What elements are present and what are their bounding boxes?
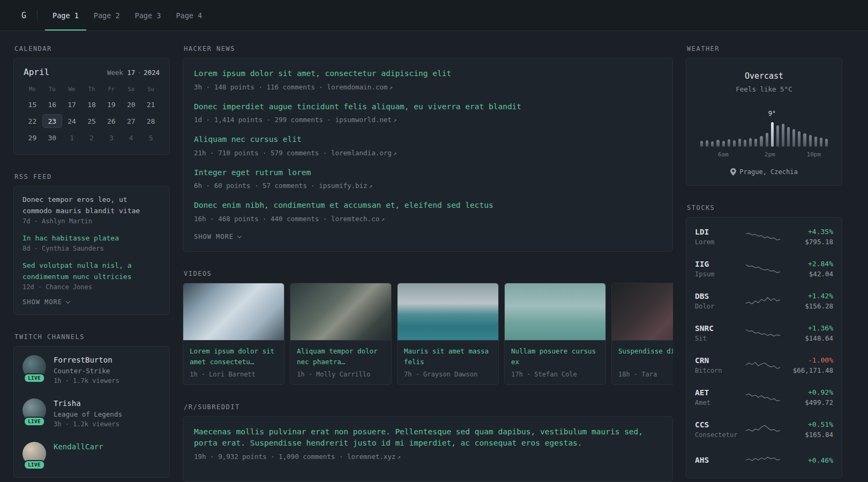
- calendar-dow-label: Tu: [42, 86, 62, 92]
- calendar-day[interactable]: 1: [62, 131, 82, 145]
- calendar-day[interactable]: 27: [121, 114, 141, 128]
- dot-separator: ·: [135, 69, 144, 77]
- stock-row[interactable]: SNRCSit+1.36%$148.64: [695, 317, 833, 349]
- hackernews-show-more-button[interactable]: SHOW MORE: [194, 233, 241, 240]
- video-card[interactable]: Mauris sit amet massa felis7h · Grayson …: [397, 283, 499, 385]
- story-domain-link[interactable]: ipsumworld.net: [335, 116, 391, 124]
- rss-items: Donec tempor eros leo, ut commodo mauris…: [23, 194, 161, 291]
- twitch-section: TWITCH CHANNELS LIVEForrestBurtonCounter…: [13, 333, 170, 478]
- weather-bar: [700, 141, 703, 147]
- tab-page-3[interactable]: Page 3: [128, 0, 169, 31]
- twitch-channel-row[interactable]: LIVEForrestBurtonCounter-Strike1h · 1.7k…: [23, 355, 161, 385]
- stock-sparkline: [746, 358, 780, 373]
- weather-bar: [722, 141, 725, 147]
- video-title: Nullam posuere cursus ex: [511, 346, 599, 367]
- calendar-day[interactable]: 2: [82, 131, 102, 145]
- calendar-day[interactable]: 16: [42, 97, 62, 111]
- calendar-dow-label: We: [62, 86, 82, 92]
- calendar-day[interactable]: 17: [62, 97, 82, 111]
- weather-location-label: Prague, Czechia: [739, 168, 797, 176]
- calendar-month: April: [24, 67, 49, 77]
- video-meta: 7h · Grayson Dawson: [404, 371, 492, 378]
- story-domain-link[interactable]: loremlandia.org: [331, 149, 392, 157]
- weather-bar: [798, 131, 800, 147]
- app-logo[interactable]: G: [21, 11, 37, 20]
- calendar-day[interactable]: 28: [141, 114, 161, 128]
- calendar-day[interactable]: 26: [101, 114, 121, 128]
- rss-item-title[interactable]: In hac habitasse platea: [23, 232, 161, 244]
- calendar-day[interactable]: 19: [101, 97, 121, 111]
- story-domain-link[interactable]: loremnet.xyz: [347, 453, 395, 461]
- stocks-section: STOCKS LDILorem+4.35%$795.18IIGIpsum+2.8…: [686, 204, 842, 478]
- video-title: Aliquam tempor dolor nec phaetra…: [297, 346, 385, 367]
- subreddit-items: Maecenas mollis pulvinar erat non posuer…: [194, 426, 662, 461]
- tab-page-1[interactable]: Page 1: [45, 0, 86, 31]
- weather-chart: 9°: [700, 107, 828, 147]
- stock-change: +1.42%: [780, 292, 833, 300]
- video-card[interactable]: Suspendisse diam18h · Tara: [611, 283, 673, 385]
- channel-game: League of Legends: [54, 410, 122, 418]
- calendar-day[interactable]: 4: [121, 131, 141, 145]
- weather-bar: [744, 140, 746, 147]
- rss-item-title[interactable]: Sed volutpat nulla nisl, a condimentum n…: [23, 260, 161, 282]
- calendar-day[interactable]: 21: [141, 97, 161, 111]
- stock-symbol: AET: [695, 388, 746, 397]
- weather-bar: [771, 122, 774, 147]
- hackernews-story-title[interactable]: Donec imperdiet augue tincidunt felis al…: [194, 101, 662, 113]
- calendar-day[interactable]: 23: [42, 114, 62, 128]
- hackernews-story-title[interactable]: Integer eget rutrum lorem: [194, 167, 662, 179]
- weather-bar: [754, 139, 757, 147]
- calendar-day[interactable]: 3: [101, 131, 121, 145]
- channel-name[interactable]: KendallCarr: [54, 442, 103, 451]
- channel-name[interactable]: Trisha: [54, 399, 122, 408]
- story-domain-link[interactable]: loremtech.co: [331, 215, 379, 223]
- calendar-day[interactable]: 29: [23, 131, 42, 145]
- stock-row[interactable]: CCSConsectetur+0.51%$165.84: [695, 413, 833, 446]
- stock-change: +0.92%: [780, 388, 833, 396]
- story-item: Aliquam nec cursus elit21h · 710 points …: [194, 134, 662, 157]
- stock-row[interactable]: LDILorem+4.35%$795.18: [695, 221, 833, 253]
- stock-row[interactable]: DBSDolor+1.42%$156.28: [695, 285, 833, 317]
- video-card[interactable]: Lorem ipsum dolor sit amet consectetu…1h…: [183, 283, 285, 385]
- stock-row[interactable]: CRNBitcorn-1.00%$66,171.48: [695, 349, 833, 381]
- calendar-dow-row: MoTuWeThFrSaSu: [23, 86, 161, 92]
- rss-show-more-button[interactable]: SHOW MORE: [23, 298, 70, 306]
- tab-page-2[interactable]: Page 2: [86, 0, 128, 31]
- weather-bar: [706, 140, 708, 147]
- calendar-day[interactable]: 5: [141, 131, 161, 145]
- hackernews-story-title[interactable]: Lorem ipsum dolor sit amet, consectetur …: [194, 68, 662, 80]
- video-meta: 1h · Lori Barnett: [190, 371, 278, 378]
- stock-row[interactable]: IIGIpsum+2.84%$42.04: [695, 253, 833, 285]
- weather-bar: [809, 135, 812, 147]
- story-domain-link[interactable]: loremdomain.com: [327, 83, 387, 91]
- weather-widget: Overcast Feels like 5°C 9° 6am2pm10pm Pr…: [686, 58, 842, 186]
- video-card[interactable]: Aliquam tempor dolor nec phaetra…1h · Mo…: [290, 283, 392, 385]
- hackernews-story-title[interactable]: Aliquam nec cursus elit: [194, 134, 662, 146]
- calendar-day[interactable]: 15: [23, 97, 42, 111]
- weather-bar: [738, 139, 741, 147]
- weather-temp-label: 9°: [768, 110, 776, 117]
- external-link-icon: ↗: [368, 183, 373, 190]
- hackernews-story-title[interactable]: Donec enim nibh, condimentum et accumsan…: [194, 200, 662, 212]
- channel-name[interactable]: ForrestBurton: [54, 356, 119, 364]
- channel-meta: 3h · 1.2k viewers: [54, 420, 122, 428]
- twitch-channel-row[interactable]: LIVEKendallCarr: [23, 442, 161, 469]
- subreddit-post-title[interactable]: Maecenas mollis pulvinar erat non posuer…: [194, 426, 662, 449]
- twitch-channel-row[interactable]: LIVETrishaLeague of Legends3h · 1.2k vie…: [23, 398, 161, 428]
- video-card[interactable]: Nullam posuere cursus ex17h · Stefan Col…: [504, 283, 606, 385]
- calendar-header: April Week 17·2024: [23, 67, 161, 77]
- calendar-days-grid: 1516171819202122232425262728293012345: [23, 97, 161, 145]
- calendar-day[interactable]: 30: [42, 131, 62, 145]
- page-tabs: Page 1Page 2Page 3Page 4: [45, 0, 209, 31]
- stock-price: $165.84: [780, 431, 833, 439]
- stock-row[interactable]: AETAmet+0.92%$499.72: [695, 381, 833, 413]
- rss-item-title[interactable]: Donec tempor eros leo, ut commodo mauris…: [23, 194, 161, 216]
- story-domain-link[interactable]: ipsumify.biz: [319, 182, 367, 190]
- calendar-day[interactable]: 20: [121, 97, 141, 111]
- calendar-day[interactable]: 18: [82, 97, 102, 111]
- calendar-day[interactable]: 25: [82, 114, 102, 128]
- stock-row[interactable]: AHS+0.46%: [695, 446, 833, 475]
- calendar-day[interactable]: 24: [62, 114, 82, 128]
- calendar-day[interactable]: 22: [23, 114, 42, 128]
- tab-page-4[interactable]: Page 4: [168, 0, 209, 31]
